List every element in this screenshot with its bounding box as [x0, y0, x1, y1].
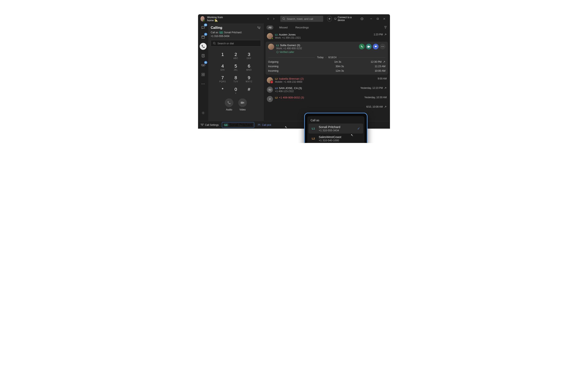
maximize-button[interactable]: [374, 16, 381, 22]
svg-rect-9: [202, 73, 203, 74]
contact-avatar: [268, 44, 274, 50]
svg-point-16: [203, 113, 204, 114]
gear-icon: [201, 111, 205, 115]
calling-panel: Calling Call as L1 Sonali Pritchard: +1 …: [208, 23, 263, 129]
dial-key[interactable]: 5JKL: [230, 62, 242, 72]
call-row[interactable]: #L2+1 408-909-0032 (3)Yesterday, 10:30 A…: [266, 94, 388, 104]
search-dial-input[interactable]: Search or dial: [211, 40, 261, 47]
line-option[interactable]: L1Sonali Pritchard+1 310-555-3434✓: [308, 124, 363, 134]
rail-more[interactable]: [200, 80, 207, 87]
more-button[interactable]: [380, 44, 386, 49]
video-call-button[interactable]: [366, 44, 372, 49]
line-tag: L1: [219, 31, 223, 34]
chat-badge: 20: [204, 23, 207, 26]
rail-apps[interactable]: [200, 71, 207, 78]
svg-point-0: [283, 18, 284, 20]
check-icon: ✓: [357, 127, 360, 130]
settings-sync-icon[interactable]: [359, 16, 365, 21]
svg-point-15: [204, 84, 205, 84]
nav-forward-button[interactable]: [271, 16, 276, 21]
filter-icon: [384, 26, 387, 29]
rail-voicemail[interactable]: 4: [200, 62, 207, 69]
rail-chat[interactable]: 20: [200, 24, 207, 31]
search-placeholder: Search, meet, and call: [287, 17, 313, 21]
line-option[interactable]: L2SalesWestCoast+1 310-540-1000: [308, 134, 363, 143]
popover-title: Call as: [307, 118, 364, 124]
voicemail-badge: 4: [204, 61, 207, 64]
dial-key[interactable]: 8TUV: [230, 74, 242, 84]
call-detail-row: Incoming30m 3s11:23 AM: [268, 65, 386, 68]
svg-rect-12: [203, 75, 205, 76]
cast-icon: [334, 18, 336, 20]
calendar-badge: 2: [204, 33, 207, 36]
call-detail-row: Outgoing1m 3s12:30 PM: [268, 60, 386, 63]
expanded-call-card: L1Sofia Gomez (3)Work: +1 490-900-3232Ve…: [266, 42, 388, 75]
initials-avatar: SJ: [267, 87, 273, 93]
rail-contacts[interactable]: [200, 52, 207, 59]
svg-point-20: [276, 51, 278, 53]
new-meeting-button[interactable]: [327, 16, 332, 22]
contact-avatar: [267, 33, 273, 39]
audio-call-button[interactable]: [359, 44, 365, 49]
dialpad: 12ABC3DEF4GHI5JKL6MNO7PQRS8TUV9WXYZ*0+#: [211, 51, 261, 95]
audio-call-button[interactable]: [225, 98, 233, 107]
dial-key[interactable]: *: [217, 85, 229, 95]
call-row[interactable]: L1Austen JonesWork: +1 359-231-23211:23 …: [266, 32, 388, 41]
connect-device-button[interactable]: Connect to a device: [334, 16, 354, 22]
svg-point-13: [202, 84, 202, 84]
svg-rect-3: [377, 18, 378, 20]
presence-available-icon: [203, 20, 205, 22]
svg-point-8: [203, 64, 205, 66]
dial-key[interactable]: 7PQRS: [217, 74, 229, 84]
svg-point-14: [203, 84, 204, 84]
call-forward-icon[interactable]: [257, 26, 261, 29]
svg-point-24: [383, 46, 384, 47]
svg-point-18: [213, 42, 215, 44]
audio-label: Audio: [226, 108, 232, 111]
tab-all[interactable]: All: [266, 25, 273, 30]
tab-missed[interactable]: Missed: [277, 25, 290, 30]
dial-key[interactable]: 4GHI: [217, 62, 229, 72]
nav-back-button[interactable]: [266, 16, 271, 21]
filter-button[interactable]: [384, 26, 387, 29]
dial-key[interactable]: 6MNO: [243, 62, 255, 72]
user-avatar[interactable]: [200, 16, 205, 21]
svg-rect-10: [203, 73, 205, 74]
dial-key[interactable]: #: [243, 85, 255, 95]
search-icon: [282, 17, 285, 20]
status-text[interactable]: Working from home 🏡: [207, 16, 228, 22]
dial-key[interactable]: 1: [217, 51, 229, 61]
svg-rect-11: [202, 75, 203, 76]
pickup-icon: [257, 124, 261, 127]
close-button[interactable]: [381, 16, 388, 22]
tab-recordings[interactable]: Recordings: [293, 25, 311, 30]
svg-rect-1: [335, 18, 336, 19]
apps-icon: [201, 73, 205, 76]
phone-icon: [227, 101, 231, 105]
dial-key[interactable]: 2ABC: [230, 51, 242, 61]
rail-calls[interactable]: [200, 43, 207, 50]
contact-avatar: [267, 77, 273, 83]
svg-point-23: [382, 46, 383, 47]
contacts-icon: [201, 54, 205, 58]
gear-phone-icon: [200, 123, 204, 127]
active-line-pill[interactable]: L1 Sonali Pritchard: [222, 122, 254, 128]
call-row[interactable]: 6/10, 10:08 AM: [266, 104, 388, 110]
call-settings-button[interactable]: Call Settings: [200, 123, 219, 127]
dial-key[interactable]: 0+: [230, 85, 242, 95]
chat-button[interactable]: [373, 44, 378, 49]
callout-rays: [264, 136, 305, 143]
search-bar[interactable]: Search, meet, and call: [280, 16, 323, 22]
call-pickup-button[interactable]: Call pick: [257, 124, 271, 127]
rail-settings[interactable]: [200, 109, 207, 116]
dial-key[interactable]: 3DEF: [243, 51, 255, 61]
cursor-icon: ↖: [285, 125, 287, 129]
video-call-button[interactable]: [238, 98, 247, 107]
call-row[interactable]: SJL3SAN JOSE, CA (3)+1 408-123-2322Yeste…: [266, 85, 388, 94]
rail-calendar[interactable]: 2: [200, 33, 207, 41]
call-row[interactable]: L2Isabella Brennan (2)Mobile: +1 408-232…: [266, 75, 388, 85]
minimize-button[interactable]: [368, 16, 374, 22]
dial-key[interactable]: 9WXYZ: [243, 74, 255, 84]
cursor-icon: ↖: [351, 133, 353, 137]
calendar-icon: [201, 35, 205, 39]
